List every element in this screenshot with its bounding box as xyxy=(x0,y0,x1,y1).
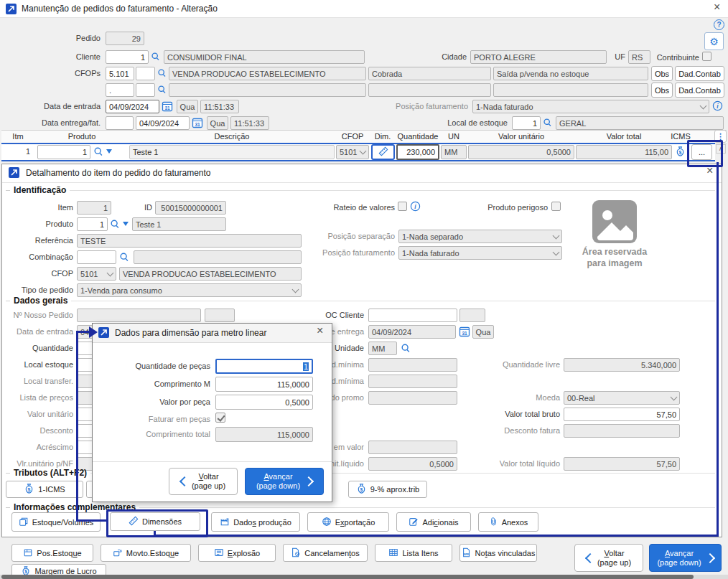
posicao-separacao-select[interactable]: 1-Nada separado xyxy=(398,230,562,243)
chevron-down-icon xyxy=(107,269,114,276)
col-un: UN xyxy=(441,132,467,141)
annotation-line-bottom xyxy=(154,535,719,537)
cell-dim-button[interactable] xyxy=(371,144,395,160)
money-bag-icon: $ xyxy=(356,483,367,496)
help-icon[interactable]: ? xyxy=(714,19,724,30)
contribuinte-label: Contribuinte xyxy=(655,52,699,63)
estoque-volumes-button[interactable]: Estoque/Volumes xyxy=(11,512,101,532)
comprimento-m-label: Comprimento M xyxy=(99,379,210,390)
data-entrega-field[interactable]: 04/09/2024 xyxy=(136,116,190,130)
produto-code-field[interactable]: 1 xyxy=(77,217,108,231)
posicao-faturamento-label: Posição faturamento xyxy=(388,101,468,112)
local-estoque-label: Local de estoque xyxy=(427,118,508,128)
paperclip-icon xyxy=(489,517,498,528)
cfop-label: CFOP xyxy=(6,268,73,279)
adicionais-button[interactable]: Adicionais xyxy=(396,512,471,532)
box-move-icon xyxy=(113,547,123,559)
package-icon xyxy=(23,547,33,559)
obs-button[interactable]: Obs xyxy=(651,66,673,81)
oc-cliente-field[interactable] xyxy=(368,309,457,322)
cancelamentos-button[interactable]: Cancelamentos xyxy=(283,544,368,562)
app-icon xyxy=(6,4,17,14)
annotation-line-right xyxy=(717,162,719,537)
cell-quantidade-input[interactable]: 230,000 xyxy=(396,144,439,160)
cell-valor-unitario: 0,5000 xyxy=(468,145,574,159)
cfop-select[interactable]: 5101 xyxy=(77,267,116,281)
search-icon[interactable] xyxy=(151,52,160,63)
modal-voltar-button[interactable]: Voltar(page up) xyxy=(169,468,238,495)
info-icon[interactable]: i xyxy=(410,201,421,213)
data-entrega-extra-field[interactable] xyxy=(106,116,134,130)
cfops-label: CFOPs xyxy=(29,68,101,79)
movto-estoque-button[interactable]: Movto.Estoque xyxy=(101,544,191,562)
dropdown-arrow-icon[interactable] xyxy=(106,149,112,154)
scrollbar-thumb[interactable] xyxy=(1,575,694,579)
cell-descricao: Teste 1 xyxy=(129,145,335,159)
notas-vinculadas-button[interactable]: NFE Notas vinculadas xyxy=(459,544,537,562)
search-icon[interactable] xyxy=(401,343,411,355)
cfop-code2-field[interactable] xyxy=(136,67,155,80)
data-entrada-field[interactable]: 04/09/2024 xyxy=(106,100,159,113)
rateio-checkbox[interactable] xyxy=(398,202,407,211)
cfop2-code-field[interactable]: . xyxy=(106,83,134,97)
info-icon[interactable]: i xyxy=(712,100,723,113)
chevron-left-icon xyxy=(585,552,595,562)
cfop-estoque-field: Saída p/venda no estoque xyxy=(493,67,648,80)
search-icon[interactable] xyxy=(157,85,167,96)
posicao-faturamento-select[interactable]: 1-Nada faturado xyxy=(398,246,562,260)
desconto-fatura-field xyxy=(564,424,680,438)
list-icon xyxy=(214,547,224,559)
close-icon[interactable]: × xyxy=(714,1,720,12)
moeda-select[interactable]: 00-Real xyxy=(564,391,680,405)
comprimento-m-input[interactable]: 115,0000 xyxy=(215,377,313,392)
icms-button[interactable]: $ 1-ICMS xyxy=(6,481,83,498)
perigoso-checkbox[interactable] xyxy=(551,202,561,211)
pos-estoque-button[interactable]: Pos.Estoque xyxy=(11,544,93,562)
calendar-icon[interactable]: 31 xyxy=(162,100,173,113)
qtd-pecas-input[interactable]: 1 xyxy=(215,359,313,374)
lista-precos-label: Lista de preços xyxy=(0,392,73,403)
referencia-label: Referência xyxy=(6,235,73,246)
cfop-code-field[interactable]: 5.101 xyxy=(106,67,134,80)
cfop2-code2-field[interactable] xyxy=(136,83,155,97)
search-icon[interactable] xyxy=(157,68,167,80)
data-entrada-label: Data de entrada xyxy=(22,101,101,112)
voltar-button[interactable]: Voltar(page up) xyxy=(574,544,643,572)
chevron-left-icon xyxy=(179,476,190,486)
anexos-button[interactable]: Anexos xyxy=(478,512,538,532)
calendar-icon[interactable]: 31 xyxy=(459,326,470,339)
posicao-faturamento-select[interactable]: 1-Nada faturado xyxy=(472,100,709,113)
aprox-trib-button[interactable]: $ 9-% aprox.trib xyxy=(348,481,427,498)
dados-producao-button[interactable]: Dados produção xyxy=(211,512,300,532)
exportacao-button[interactable]: Exportação xyxy=(307,512,389,532)
modal-avancar-button[interactable]: Avançar(page down) xyxy=(245,468,324,495)
money-bag-icon[interactable]: $ xyxy=(675,146,686,159)
dad-contab-button[interactable]: Dad.Contab xyxy=(675,83,724,98)
dropdown-arrow-icon[interactable] xyxy=(123,222,129,226)
svg-text:31: 31 xyxy=(462,331,467,336)
combinacao-code-field[interactable] xyxy=(77,250,116,264)
faturar-pecas-checkbox[interactable] xyxy=(215,413,225,423)
close-icon[interactable]: × xyxy=(317,325,323,336)
contribuinte-checkbox[interactable] xyxy=(702,52,711,61)
qtd-minima1-field xyxy=(368,358,457,372)
cell-produto-input[interactable]: 1 xyxy=(37,145,90,159)
valor-por-peca-input[interactable]: 0,5000 xyxy=(215,395,313,410)
cliente-code-field[interactable]: 1 xyxy=(106,50,149,64)
local-estoque-code[interactable]: 1 xyxy=(512,116,541,130)
cell-cfop-select[interactable]: 5101 xyxy=(336,145,369,159)
dad-contab-button[interactable]: Dad.Contab xyxy=(675,66,724,81)
search-icon[interactable] xyxy=(119,252,129,264)
search-icon[interactable] xyxy=(110,219,120,231)
factory-icon xyxy=(220,517,230,528)
valor-total-bruto-field[interactable]: 57,50 xyxy=(564,408,680,421)
calendar-icon[interactable]: 31 xyxy=(192,117,203,130)
search-icon[interactable] xyxy=(543,118,552,129)
nosso-pedido-label: Nº Nosso Pedido xyxy=(0,310,73,321)
settings-button[interactable]: ⚙ xyxy=(704,32,724,50)
lista-itens-button[interactable]: Lista Itens xyxy=(375,544,452,562)
search-icon[interactable] xyxy=(93,146,103,159)
explosao-button[interactable]: Explosão xyxy=(198,544,276,562)
avancar-button[interactable]: Avançar(page down) xyxy=(649,544,722,572)
obs-button[interactable]: Obs xyxy=(651,83,673,98)
